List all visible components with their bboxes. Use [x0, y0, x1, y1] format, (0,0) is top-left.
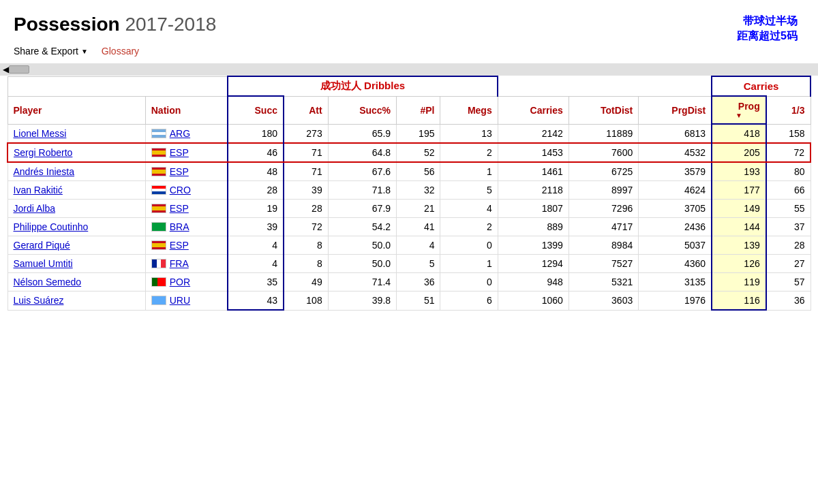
- col-succ-pct: Succ%: [328, 96, 396, 124]
- title-year: 2017-2018: [125, 14, 216, 35]
- megs-cell: 1: [440, 255, 498, 273]
- nation-cell: ESP: [145, 200, 228, 218]
- scroll-left-arrow[interactable]: ◀: [3, 65, 9, 74]
- megs-cell: 0: [440, 273, 498, 292]
- col-nation: Nation: [145, 96, 228, 124]
- player-link[interactable]: Ivan Rakitić: [14, 185, 63, 195]
- page-container: 带球过半场 距离超过5码 Possession 2017-2018 Share …: [0, 0, 818, 504]
- col-carries: Carries: [498, 96, 569, 124]
- note-line1: 带球过半场: [737, 14, 798, 29]
- nation-link[interactable]: ARG: [170, 128, 190, 139]
- totdist-cell: 8997: [569, 181, 638, 200]
- table-row: Sergi RobertoESP467164.85221453760045322…: [7, 143, 811, 162]
- carries-cell: 1060: [498, 292, 569, 311]
- nation-cell: ARG: [145, 124, 228, 143]
- nation-link[interactable]: BRA: [170, 221, 190, 232]
- succ-cell: 35: [228, 273, 284, 292]
- carries-cell: 1461: [498, 162, 569, 181]
- totdist-cell: 7600: [569, 143, 638, 162]
- page-header: Possession 2017-2018: [0, 0, 818, 42]
- glossary-link[interactable]: Glossary: [102, 46, 139, 57]
- att-cell: 49: [284, 273, 328, 292]
- megs-cell: 2: [440, 143, 498, 162]
- player-link[interactable]: Sergi Roberto: [14, 147, 72, 158]
- att-cell: 71: [284, 162, 328, 181]
- table-row: Philippe CoutinhoBRA397254.2412889471724…: [7, 218, 811, 236]
- prog-cell: 193: [712, 162, 766, 181]
- stats-table: 成功过人 Dribbles Carries Player Nation Succ…: [7, 76, 811, 311]
- att-cell: 39: [284, 181, 328, 200]
- scrollbar-thumb[interactable]: [9, 65, 29, 74]
- player-link[interactable]: Andrés Iniesta: [14, 166, 75, 177]
- one-third-cell: 158: [766, 124, 811, 143]
- succ-cell: 4: [228, 255, 284, 273]
- group-header-row: 成功过人 Dribbles Carries: [7, 76, 811, 96]
- succ-pct-cell: 54.2: [328, 218, 396, 236]
- att-cell: 72: [284, 218, 328, 236]
- player-name-cell: Philippe Coutinho: [7, 218, 145, 236]
- nation-link[interactable]: POR: [170, 277, 190, 287]
- player-link[interactable]: Luis Suárez: [14, 295, 64, 306]
- col-succ[interactable]: Succ: [228, 96, 284, 124]
- group-carries: Carries: [712, 76, 811, 96]
- player-name-cell: Jordi Alba: [7, 200, 145, 218]
- one-third-cell: 66: [766, 181, 811, 200]
- player-name-cell: Sergi Roberto: [7, 143, 145, 162]
- carries-cell: 889: [498, 218, 569, 236]
- note-line2: 距离超过5码: [737, 29, 798, 44]
- prgdist-cell: 3579: [639, 162, 712, 181]
- nation-link[interactable]: URU: [170, 295, 190, 306]
- group-empty-1: [7, 76, 228, 96]
- nation-link[interactable]: ESP: [170, 166, 189, 177]
- nation-link[interactable]: CRO: [170, 185, 191, 195]
- player-link[interactable]: Lionel Messi: [14, 128, 67, 139]
- one-third-cell: 28: [766, 236, 811, 255]
- nation-cell: FRA: [145, 255, 228, 273]
- prgdist-cell: 5037: [639, 236, 712, 255]
- nation-link[interactable]: ESP: [170, 147, 189, 158]
- succ-pct-cell: 65.9: [328, 124, 396, 143]
- one-third-cell: 57: [766, 273, 811, 292]
- flag-icon: [151, 240, 166, 250]
- share-export-button[interactable]: Share & Export ▼: [14, 46, 88, 57]
- nation-link[interactable]: ESP: [170, 203, 189, 214]
- prgdist-cell: 4360: [639, 255, 712, 273]
- col-prgdist: PrgDist: [639, 96, 712, 124]
- player-link[interactable]: Samuel Umtiti: [14, 258, 73, 269]
- succ-cell: 19: [228, 200, 284, 218]
- totdist-cell: 4717: [569, 218, 638, 236]
- megs-cell: 13: [440, 124, 498, 143]
- one-third-cell: 36: [766, 292, 811, 311]
- att-cell: 28: [284, 200, 328, 218]
- succ-cell: 4: [228, 236, 284, 255]
- player-link[interactable]: Nélson Semedo: [14, 277, 82, 287]
- pl-cell: 41: [397, 218, 440, 236]
- table-row: Lionel MessiARG18027365.9195132142118896…: [7, 124, 811, 143]
- carries-cell: 1294: [498, 255, 569, 273]
- pl-cell: 56: [397, 162, 440, 181]
- succ-pct-cell: 71.4: [328, 273, 396, 292]
- nation-link[interactable]: FRA: [170, 258, 189, 269]
- player-link[interactable]: Philippe Coutinho: [14, 221, 89, 232]
- succ-pct-cell: 39.8: [328, 292, 396, 311]
- flag-icon: [151, 129, 166, 138]
- carries-cell: 1399: [498, 236, 569, 255]
- prog-cell: 126: [712, 255, 766, 273]
- scrollbar-area[interactable]: ◀: [0, 63, 818, 76]
- succ-pct-cell: 67.6: [328, 162, 396, 181]
- share-export-arrow: ▼: [81, 48, 88, 55]
- carries-cell: 1453: [498, 143, 569, 162]
- player-link[interactable]: Jordi Alba: [14, 203, 55, 214]
- top-right-note: 带球过半场 距离超过5码: [737, 14, 798, 44]
- col-prog[interactable]: Prog ▼: [712, 96, 766, 124]
- nation-cell: POR: [145, 273, 228, 292]
- nation-cell: ESP: [145, 236, 228, 255]
- col-one-third: 1/3: [766, 96, 811, 124]
- nation-cell: URU: [145, 292, 228, 311]
- col-pl: #Pl: [397, 96, 440, 124]
- nation-cell: BRA: [145, 218, 228, 236]
- table-wrapper: 成功过人 Dribbles Carries Player Nation Succ…: [0, 76, 818, 311]
- table-row: Ivan RakitićCRO283971.832521188997462417…: [7, 181, 811, 200]
- player-link[interactable]: Gerard Piqué: [14, 240, 70, 251]
- nation-link[interactable]: ESP: [170, 240, 189, 251]
